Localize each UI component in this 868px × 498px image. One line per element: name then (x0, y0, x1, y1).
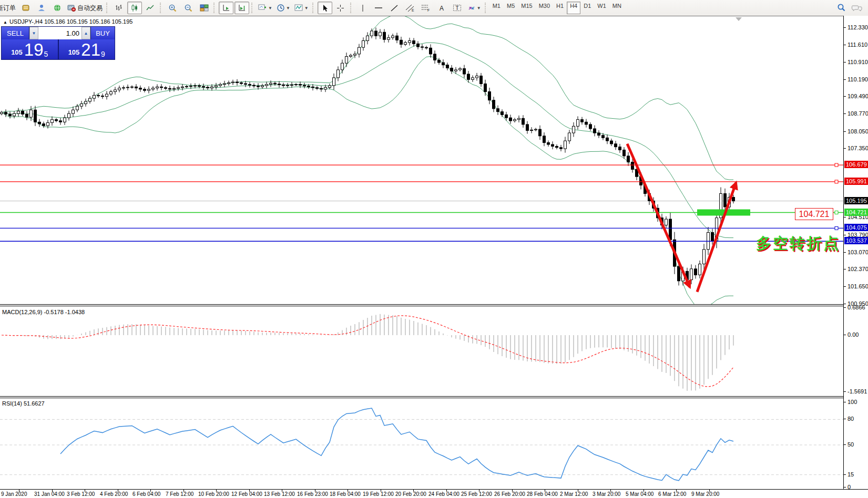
price-tick-label: 109.490 (847, 92, 868, 100)
toolbar-separator (106, 3, 109, 13)
horizontal-line-tool-button[interactable] (371, 2, 386, 14)
timeframe-m1-button[interactable]: M1 (489, 2, 504, 14)
toolbar-separator (251, 3, 254, 13)
indicators-button[interactable]: ▼ (293, 2, 310, 14)
svg-text:A: A (440, 5, 444, 12)
tile-windows-button[interactable] (197, 2, 211, 14)
toolbar-separator (485, 3, 488, 13)
pane-separator[interactable] (0, 306, 868, 306)
time-tick-label: 25 Feb 12:00 (461, 491, 492, 497)
timeframe-d1-button[interactable]: D1 (580, 2, 594, 14)
arrows-tool-button[interactable]: ▼ (466, 2, 483, 14)
candlestick-chart-button[interactable] (127, 2, 142, 14)
signals-button[interactable] (50, 2, 65, 14)
pane-separator[interactable] (0, 396, 868, 397)
timeframe-m15-button[interactable]: M15 (518, 2, 535, 14)
price-axis[interactable]: 112.330111.610110.910110.190109.490108.7… (843, 16, 868, 489)
price-tick-label: 108.770 (847, 110, 868, 117)
chat-button[interactable] (850, 2, 864, 14)
cursor-tool-button[interactable] (318, 2, 332, 14)
macd-tick-label: 0.6866 (847, 304, 865, 311)
text-label-tool-button[interactable]: T (450, 2, 465, 14)
zoom-out-button[interactable] (181, 2, 196, 14)
chart-shift-icon (238, 4, 247, 12)
new-order-button[interactable]: 新订单 (0, 2, 17, 14)
toolbar-separator (160, 3, 163, 13)
time-tick-label: 5 Mar 04:00 (626, 491, 653, 497)
trendline-tool-button[interactable] (387, 2, 402, 14)
equidistant-channel-tool-button[interactable]: E (403, 2, 417, 14)
volume-increase-button[interactable]: ▲ (81, 27, 90, 39)
rsi-tick-mark (844, 487, 846, 487)
arrows-shapes-icon (467, 4, 476, 12)
volume-decrease-button[interactable]: ▼ (29, 27, 38, 39)
time-tick-label: 20 Feb 20:00 (395, 491, 426, 497)
dropdown-caret-icon: ▼ (477, 6, 481, 11)
price-tick-mark (844, 286, 846, 287)
price-tick-label: 103.070 (847, 248, 868, 256)
time-tick-label: 19 Feb 12:00 (363, 491, 394, 497)
macd-canvas[interactable] (0, 307, 843, 396)
price-level-badge: 104.075 (844, 224, 868, 231)
time-axis[interactable]: 9 Jan 202031 Jan 04:003 Feb 12:004 Feb 2… (0, 489, 868, 498)
rsi-tick-label: 50 (847, 441, 854, 448)
chart-title: ▲USDJPY-,H4 105.186 105.195 105.186 105.… (3, 18, 132, 25)
price-tick-mark (844, 131, 846, 132)
auto-scroll-icon (222, 4, 231, 12)
chart-shift-button[interactable] (234, 2, 249, 14)
toolbar: 新订单 自动交易 (0, 0, 868, 16)
fibonacci-icon: F (421, 4, 431, 12)
price-tick-mark (844, 62, 846, 63)
buy-price-button[interactable]: 105 21 9 (59, 39, 115, 59)
timeframe-w1-button[interactable]: W1 (594, 2, 609, 14)
search-button[interactable] (834, 2, 849, 14)
toolbar-separator (312, 3, 315, 13)
macd-tick-mark (844, 307, 846, 308)
line-chart-button[interactable] (143, 2, 158, 14)
crosshair-tool-button[interactable] (333, 2, 348, 14)
zoom-out-icon (184, 4, 193, 13)
text-tool-button[interactable]: A (434, 2, 449, 14)
rsi-canvas[interactable] (0, 398, 843, 490)
timeframe-h4-button[interactable]: H4 (567, 2, 580, 14)
chart-shift-marker-icon[interactable] (736, 17, 742, 21)
sell-button[interactable]: SELL (2, 27, 29, 39)
time-tick-label: 7 Feb 12:00 (166, 491, 193, 497)
timeframe-mn-button[interactable]: MN (609, 2, 625, 14)
rsi-tick-mark (844, 444, 846, 445)
autotrading-button[interactable]: 自动交易 (66, 2, 104, 14)
svg-text:T: T (456, 5, 459, 11)
main-chart-canvas[interactable] (0, 16, 843, 304)
time-tick-label: 6 Feb 04:00 (132, 491, 160, 497)
market-watch-button[interactable] (18, 2, 33, 14)
bid-price-figure: 105 (11, 47, 23, 58)
price-tick-mark (844, 304, 846, 304)
zoom-in-button[interactable] (165, 2, 180, 14)
rsi-tick-mark (844, 419, 846, 419)
vertical-line-tool-button[interactable] (355, 2, 370, 14)
price-level-callout[interactable]: 104.721 (795, 208, 833, 220)
new-chart-button[interactable]: ▼ (257, 2, 274, 14)
bar-chart-button[interactable] (111, 2, 126, 14)
sell-price-button[interactable]: 105 19 5 (2, 39, 58, 59)
timeframe-m5-button[interactable]: M5 (504, 2, 518, 14)
fibonacci-tool-button[interactable]: F (418, 2, 433, 14)
price-tick-mark (844, 113, 846, 114)
periods-button[interactable]: ▼ (275, 2, 292, 14)
price-tick-mark (844, 27, 846, 28)
price-level-badge: 104.721 (844, 209, 868, 216)
time-tick-label: 9 Jan 2020 (1, 491, 27, 497)
price-tick-label: 110.190 (847, 76, 868, 83)
volume-input[interactable] (38, 27, 81, 39)
time-tick-label: 3 Feb 12:00 (67, 491, 95, 497)
timeframe-m30-button[interactable]: M30 (536, 2, 553, 14)
market-watch-icon (22, 4, 30, 12)
price-tick-mark (844, 79, 846, 80)
pane-separator[interactable] (0, 304, 868, 305)
community-button[interactable] (34, 2, 49, 14)
chart-window (0, 16, 868, 498)
timeframe-h1-button[interactable]: H1 (553, 2, 567, 14)
buy-button[interactable]: BUY (90, 27, 115, 39)
auto-scroll-button[interactable] (219, 2, 233, 14)
rsi-tick-label: 15 (847, 471, 854, 478)
